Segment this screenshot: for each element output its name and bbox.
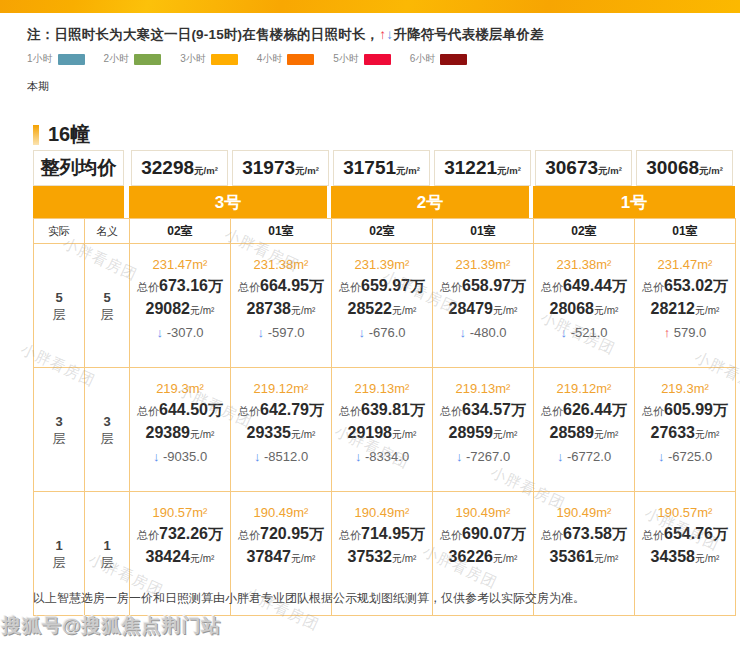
- legend-color-swatch: [134, 54, 161, 65]
- area-value: 231.39m²: [433, 255, 533, 275]
- total-price-label: 总价: [440, 281, 462, 293]
- unit-price-value: 28522: [348, 300, 393, 317]
- price-cell: 231.38m²总价649.44万28068元/m²↓ -521.0: [534, 244, 635, 368]
- area-value: 219.13m²: [433, 379, 533, 399]
- price-unit-label: 元/m²: [497, 165, 521, 176]
- heading-accent-bar: [33, 125, 39, 145]
- area-value: 219.3m²: [635, 379, 735, 399]
- avg-price-value: 32298: [141, 157, 194, 178]
- total-price-label: 总价: [642, 405, 664, 417]
- price-cell: 190.57m²总价654.76万34358元/m²: [635, 492, 736, 616]
- total-price-label: 总价: [339, 405, 361, 417]
- avg-price-value: 31973: [242, 157, 295, 178]
- disclaimer-note: 以上智慧选房一房一价和日照测算由小胖君专业团队根据公示规划图纸测算，仅供参考以实…: [33, 590, 585, 607]
- building-unit-label: 2号: [331, 186, 529, 218]
- legend-color-swatch: [364, 54, 391, 65]
- price-diff-line: ↓ -307.0: [130, 322, 230, 343]
- price-diff-line: ↓ -8512.0: [231, 446, 331, 467]
- down-arrow-icon: ↓: [157, 325, 164, 340]
- avg-price-cell: 31221元/m²: [434, 150, 531, 186]
- floor-cell: 5层: [85, 244, 130, 368]
- price-unit-label: 元/m²: [291, 429, 315, 440]
- total-price-line: 总价658.97万: [433, 275, 533, 298]
- price-unit-label: 元/m²: [190, 553, 214, 564]
- total-price-value: 664.95: [260, 277, 309, 294]
- avg-price-value: 30068: [646, 157, 699, 178]
- column-header-room: 01室: [231, 219, 332, 244]
- note-text-prefix: 注：日照时长为大寒这一日(9-15时)在售楼栋的日照时长，: [27, 27, 379, 42]
- unit-price-value: 38424: [146, 548, 191, 565]
- total-price-line: 总价720.95万: [231, 523, 331, 546]
- total-price-label: 总价: [137, 281, 159, 293]
- unit-price-line: 28522元/m²: [332, 298, 432, 322]
- unit-price-value: 27633: [651, 424, 696, 441]
- unit-price-line: 34358元/m²: [635, 546, 735, 570]
- unit-price-line: 37532元/m²: [332, 546, 432, 570]
- price-unit-label: 元/m²: [392, 553, 416, 564]
- total-price-line: 总价732.26万: [130, 523, 230, 546]
- total-price-unit: 万: [612, 525, 627, 542]
- price-cell: 219.13m²总价639.81万29198元/m²↓ -8334.0: [332, 368, 433, 492]
- price-cell: 231.39m²总价658.97万28479元/m²↓ -480.0: [433, 244, 534, 368]
- total-price-label: 总价: [642, 281, 664, 293]
- floor-price-grid: 实际 名义 02室01室02室01室02室01室 5层5层231.47m²总价6…: [33, 218, 736, 616]
- total-price-unit: 万: [511, 525, 526, 542]
- total-price-line: 总价649.44万: [534, 275, 634, 298]
- price-unit-label: 元/m²: [291, 305, 315, 316]
- total-price-unit: 万: [309, 525, 324, 542]
- unit-price-value: 29082: [146, 300, 191, 317]
- total-price-unit: 万: [410, 277, 425, 294]
- unit-price-value: 29389: [146, 424, 191, 441]
- price-cell: 219.13m²总价634.57万28959元/m²↓ -7267.0: [433, 368, 534, 492]
- total-price-line: 总价659.97万: [332, 275, 432, 298]
- price-unit-label: 元/m²: [695, 429, 719, 440]
- unit-price-line: 28738元/m²: [231, 298, 331, 322]
- price-unit-label: 元/m²: [594, 305, 618, 316]
- price-diff-value: -6725.0: [668, 449, 712, 464]
- unit-price-value: 28212: [651, 300, 696, 317]
- price-diff-line: ↓ -8334.0: [332, 446, 432, 467]
- building-heading: 16幢: [33, 121, 90, 148]
- area-value: 231.39m²: [332, 255, 432, 275]
- avg-price-value: 30673: [545, 157, 598, 178]
- avg-price-cell: 31751元/m²: [333, 150, 430, 186]
- sohu-watermark: 搜狐号@搜狐焦点荆门站: [2, 613, 222, 639]
- total-price-line: 总价673.16万: [130, 275, 230, 298]
- price-diff-line: ↑ 579.0: [635, 322, 735, 343]
- floor-number: 5: [85, 289, 129, 306]
- total-price-line: 总价639.81万: [332, 399, 432, 422]
- total-price-unit: 万: [612, 401, 627, 418]
- total-price-label: 总价: [440, 529, 462, 541]
- unit-price-line: 28479元/m²: [433, 298, 533, 322]
- price-diff-value: -307.0: [167, 325, 204, 340]
- unit-price-value: 28589: [550, 424, 595, 441]
- price-unit-label: 元/m²: [392, 305, 416, 316]
- price-unit-label: 元/m²: [594, 429, 618, 440]
- floor-number: 3: [34, 413, 84, 430]
- legend-label: 3小时: [180, 52, 206, 66]
- down-arrow-icon: ↓: [355, 449, 362, 464]
- price-diff-value: -6772.0: [567, 449, 611, 464]
- total-price-value: 642.79: [260, 401, 309, 418]
- area-value: 231.47m²: [130, 255, 230, 275]
- unit-price-line: 28959元/m²: [433, 422, 533, 446]
- legend-item: 6小时: [410, 52, 468, 66]
- legend-item: 4小时: [257, 52, 315, 66]
- unit-price-line: 35361元/m²: [534, 546, 634, 570]
- total-price-value: 654.76: [664, 525, 713, 542]
- price-diff-value: -9035.0: [163, 449, 207, 464]
- floor-suffix: 层: [85, 430, 129, 447]
- price-diff-value: -521.0: [571, 325, 608, 340]
- price-diff-line: ↓ -9035.0: [130, 446, 230, 467]
- column-header-nominal: 名义: [85, 219, 130, 244]
- price-diff-value: 579.0: [674, 325, 707, 340]
- legend-item: 1小时: [27, 52, 85, 66]
- floor-cell: 5层: [34, 244, 85, 368]
- price-diff-line: ↓ -7267.0: [433, 446, 533, 467]
- area-value: 190.49m²: [433, 503, 533, 523]
- avg-price-cell: 31973元/m²: [232, 150, 329, 186]
- down-arrow-icon: ↓: [153, 449, 160, 464]
- price-diff-value: -676.0: [369, 325, 406, 340]
- avg-price-value: 31751: [343, 157, 396, 178]
- price-unit-label: 元/m²: [493, 305, 517, 316]
